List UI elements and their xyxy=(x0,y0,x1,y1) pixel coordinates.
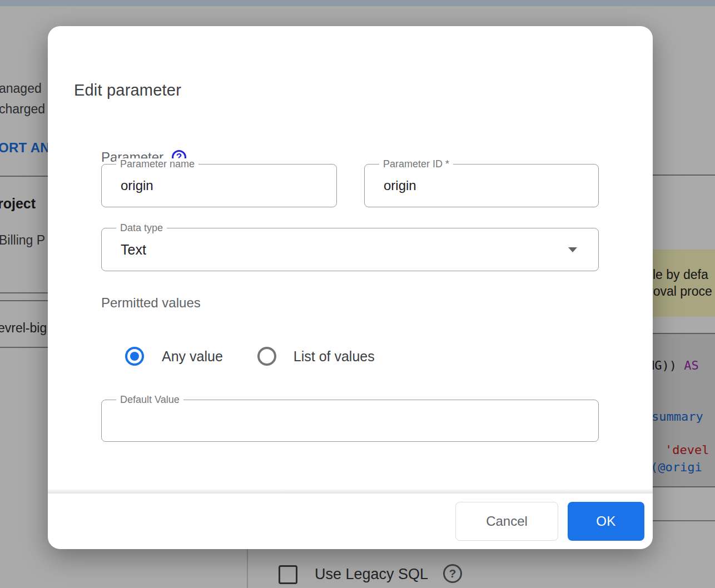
default-value-field: Default Value xyxy=(101,400,599,442)
default-value-input[interactable] xyxy=(102,400,598,441)
radio-list-of-values-label[interactable]: List of values xyxy=(294,348,375,365)
permitted-values-heading: Permitted values xyxy=(101,295,201,311)
parameter-id-input[interactable] xyxy=(365,165,598,207)
cancel-button[interactable]: Cancel xyxy=(455,502,558,541)
data-type-label: Data type xyxy=(116,222,167,234)
parameter-name-input[interactable] xyxy=(102,165,336,207)
parameter-id-field: Parameter ID * xyxy=(364,164,599,207)
radio-list-of-values[interactable] xyxy=(257,347,276,366)
ok-button[interactable]: OK xyxy=(568,502,644,541)
chevron-down-icon xyxy=(568,247,577,252)
footer-divider xyxy=(48,489,653,494)
dialog-title: Edit parameter xyxy=(74,81,181,99)
data-type-select[interactable]: Data type Text xyxy=(101,228,599,271)
parameter-name-field: Parameter name xyxy=(101,164,337,207)
data-type-value: Text xyxy=(121,242,146,258)
radio-any-value[interactable] xyxy=(125,347,144,366)
edit-parameter-dialog: Edit parameter Parameter ? Parameter nam… xyxy=(48,26,653,549)
radio-any-value-label[interactable]: Any value xyxy=(162,348,223,365)
permitted-values-radio-group: Any value List of values xyxy=(125,347,375,366)
